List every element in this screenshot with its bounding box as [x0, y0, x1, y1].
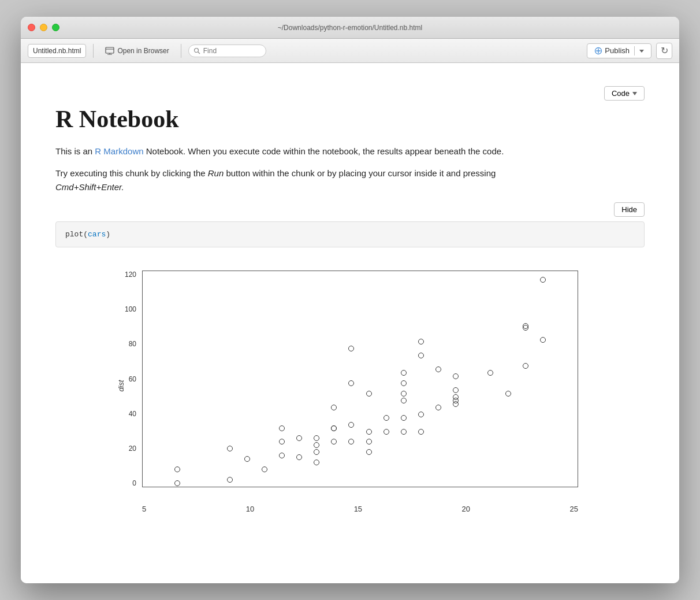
- scatter-point: [227, 446, 233, 451]
- scatter-point: [383, 415, 389, 421]
- scatter-point: [296, 454, 302, 460]
- scatter-point: [331, 439, 337, 445]
- browser-icon: [105, 47, 114, 55]
- scatter-point: [296, 435, 302, 441]
- scatter-point: [348, 439, 354, 445]
- app-window: ~/Downloads/python-r-emotion/Untitled.nb…: [21, 17, 679, 583]
- code-argument: cars: [88, 230, 106, 239]
- titlebar: ~/Downloads/python-r-emotion/Untitled.nb…: [21, 17, 679, 39]
- search-icon: [193, 47, 200, 54]
- traffic-lights: [28, 24, 59, 31]
- scatter-point: [401, 429, 407, 435]
- scatter-point: [262, 466, 267, 472]
- window-title: ~/Downloads/python-r-emotion/Untitled.nb…: [278, 24, 422, 32]
- toolbar: Untitled.nb.html Open in Browser: [21, 39, 679, 63]
- scatter-point: [366, 449, 372, 455]
- hide-button[interactable]: Hide: [614, 202, 645, 217]
- publish-button[interactable]: Publish: [587, 43, 651, 58]
- scatter-point: [401, 415, 407, 421]
- scatter-point: [401, 380, 407, 386]
- svg-marker-10: [632, 92, 637, 95]
- scatter-point: [453, 394, 459, 400]
- publish-icon: [594, 47, 602, 55]
- publish-divider: [634, 46, 635, 55]
- find-input[interactable]: [203, 47, 261, 55]
- scatter-point: [401, 391, 407, 397]
- page-title: R Notebook: [55, 105, 645, 133]
- toolbar-divider: [93, 44, 94, 58]
- intro-paragraph-1: This is an R Markdown Notebook. When you…: [55, 145, 645, 158]
- scatter-point: [418, 429, 424, 435]
- scatter-point: [174, 466, 180, 472]
- scatter-point: [435, 366, 441, 372]
- open-browser-button[interactable]: Open in Browser: [100, 45, 173, 57]
- chart-container: dist 0 20 40 60 80 100 120 5: [55, 259, 645, 531]
- r-markdown-link[interactable]: R Markdown: [95, 146, 143, 156]
- code-dropdown-button[interactable]: Code: [604, 86, 645, 101]
- svg-rect-0: [106, 47, 114, 53]
- scatter-point: [174, 480, 180, 486]
- chart-wrapper: dist 0 20 40 60 80 100 120 5: [110, 265, 584, 519]
- refresh-button[interactable]: ↻: [656, 43, 672, 59]
- scatter-point: [279, 453, 285, 458]
- scatter-point: [366, 391, 372, 397]
- scatter-point: [366, 439, 372, 445]
- scatter-point: [540, 337, 546, 343]
- scatter-point: [348, 380, 354, 386]
- toolbar-divider2: [181, 44, 181, 58]
- scatter-point: [523, 363, 528, 369]
- scatter-point: [279, 425, 285, 431]
- maximize-button[interactable]: [52, 24, 59, 31]
- find-bar[interactable]: [188, 45, 266, 57]
- scatter-point: [331, 425, 337, 431]
- scatter-point: [244, 456, 250, 462]
- scatter-point: [314, 460, 319, 465]
- code-block: plot(cars): [55, 221, 645, 247]
- scatter-point: [331, 405, 337, 410]
- scatter-point: [523, 323, 528, 329]
- scatter-point: [348, 346, 354, 351]
- scatter-point: [314, 435, 319, 441]
- scatter-point: [401, 398, 407, 403]
- scatter-point: [348, 422, 354, 428]
- scatter-point: [314, 442, 319, 448]
- scatter-point: [366, 429, 372, 435]
- scatter-point: [435, 405, 441, 410]
- scatter-point: [401, 370, 407, 376]
- file-tab[interactable]: Untitled.nb.html: [28, 44, 86, 58]
- dropdown-arrow-icon: [639, 49, 644, 53]
- svg-marker-9: [639, 50, 644, 53]
- content-area: Code R Notebook This is an R Markdown No…: [21, 63, 679, 583]
- code-btn-label: Code: [612, 89, 630, 98]
- scatter-point: [314, 449, 319, 455]
- scatter-point: [418, 339, 424, 345]
- code-function: plot: [65, 230, 83, 239]
- scatter-point: [487, 370, 493, 376]
- refresh-icon: ↻: [661, 45, 668, 56]
- scatter-point: [418, 412, 424, 417]
- shortcut-italic: Cmd+Shift+Enter.: [55, 182, 124, 192]
- y-axis-labels: 0 20 40 60 80 100 120: [113, 271, 136, 487]
- svg-line-5: [198, 52, 200, 54]
- scatter-point: [418, 353, 424, 358]
- code-dropdown-arrow: [632, 92, 637, 95]
- scatter-point: [383, 429, 389, 435]
- scatter-point: [453, 387, 459, 393]
- scatter-point: [279, 439, 285, 445]
- run-italic: Run: [208, 168, 224, 178]
- close-button[interactable]: [28, 24, 35, 31]
- scatter-point: [505, 391, 511, 397]
- chart-plot-area: [142, 271, 578, 487]
- x-axis-labels: 5 10 15 20 25: [142, 505, 578, 513]
- minimize-button[interactable]: [40, 24, 47, 31]
- code-button-row: Code: [55, 86, 645, 101]
- scatter-point: [453, 373, 459, 379]
- intro-paragraph-2: Try executing this chunk by clicking the…: [55, 166, 645, 194]
- svg-point-4: [194, 48, 198, 52]
- scatter-point: [540, 277, 546, 283]
- scatter-point: [227, 477, 233, 483]
- publish-label: Publish: [605, 46, 630, 55]
